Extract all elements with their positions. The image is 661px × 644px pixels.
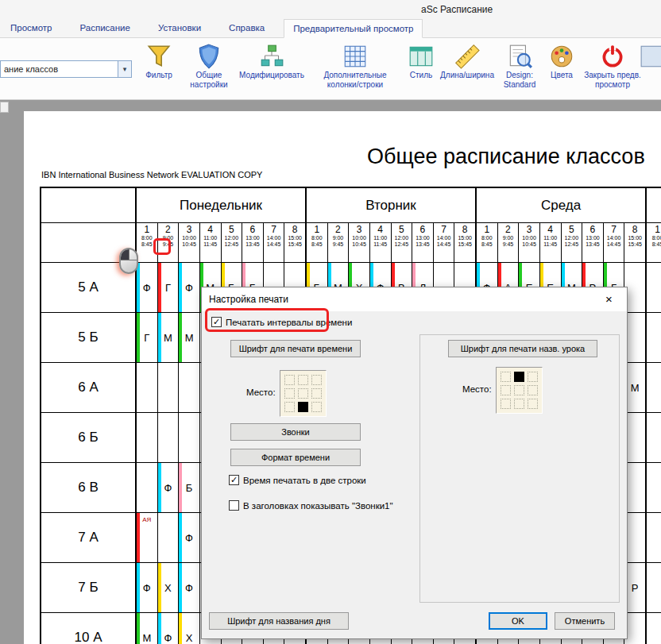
filter-icon xyxy=(145,43,172,70)
timetable-cell xyxy=(158,413,180,462)
checkbox-show-bells1[interactable]: В заголовках показывать "Звонки1" xyxy=(229,500,393,511)
timetable-cell xyxy=(624,413,645,462)
place-cell-2[interactable] xyxy=(311,375,322,385)
place-cell-3[interactable] xyxy=(284,388,295,399)
place-cell-0[interactable] xyxy=(501,372,511,382)
timetable-cell xyxy=(179,413,200,462)
timetable-cell: Г xyxy=(158,263,180,312)
time-format-button[interactable]: Формат времени xyxy=(230,449,361,466)
place-cell-6[interactable] xyxy=(501,399,511,409)
timetable-cell xyxy=(647,513,661,562)
place-cell-5[interactable] xyxy=(311,388,322,399)
chevron-down-icon[interactable]: ▾ xyxy=(118,61,131,77)
timetable-cell: Ф xyxy=(179,513,200,562)
view-select[interactable]: ание классов ▾ xyxy=(0,60,132,78)
annotation-red-box-checkbox xyxy=(205,308,329,332)
size-button[interactable]: Длина/ширина xyxy=(439,38,496,99)
timetable-cell: Ф xyxy=(137,563,158,612)
window-style-icon xyxy=(408,43,435,70)
checkbox-box[interactable]: ✓ xyxy=(229,475,239,485)
design-magnifier-icon xyxy=(506,43,533,70)
time-font-button[interactable]: Шрифт для печати времени xyxy=(230,340,361,357)
general-settings-button[interactable]: Общие настройки xyxy=(183,38,235,99)
mouse-divider xyxy=(121,260,137,260)
place-cell-7[interactable] xyxy=(298,402,308,412)
general-settings-label: Общие настройки xyxy=(183,71,235,90)
style-button[interactable]: Стиль xyxy=(404,38,439,99)
day-header xyxy=(647,188,661,222)
place-cell-3[interactable] xyxy=(501,385,511,395)
clipped-icon xyxy=(640,43,661,70)
day-header: Вторник xyxy=(307,188,477,222)
scrollbar-button[interactable] xyxy=(0,102,9,113)
palette-icon xyxy=(548,43,575,70)
class-name-cell: 10 А xyxy=(41,613,137,644)
lesson-position-grid[interactable] xyxy=(496,367,543,414)
timetable-cell xyxy=(137,363,158,412)
class-name-cell: 6 А xyxy=(41,363,137,412)
tab-ustanovki[interactable]: Установки xyxy=(149,19,210,37)
place-cell-7[interactable] xyxy=(514,399,524,409)
place-cell-4[interactable] xyxy=(298,388,308,399)
tab-raspisanie[interactable]: Расписание xyxy=(72,19,139,37)
close-preview-button[interactable]: Закрыть предв. просмотр xyxy=(582,38,644,99)
filter-button[interactable]: Фильтр xyxy=(137,38,181,99)
ribbon-toolbar: ание классов ▾ Фильтр Общие настройки Мо… xyxy=(0,38,661,100)
place-cell-4[interactable] xyxy=(514,385,524,395)
ruler-icon xyxy=(454,43,481,70)
place-cell-8[interactable] xyxy=(528,399,538,409)
period-header: 815:0015:45 xyxy=(284,223,305,262)
shield-icon xyxy=(195,43,222,70)
timetable-cell: Ф xyxy=(158,463,180,512)
timetable-cell: АЯ xyxy=(137,513,158,562)
period-header: 512:0012:45 xyxy=(392,223,413,262)
close-icon[interactable]: × xyxy=(591,287,627,311)
org-chart-icon xyxy=(258,43,285,70)
colors-button[interactable]: Цвета xyxy=(543,38,580,99)
time-position-grid[interactable] xyxy=(280,370,327,417)
place-cell-1[interactable] xyxy=(298,375,308,385)
class-name-cell: 6 Б xyxy=(41,413,137,462)
tab-spravka[interactable]: Справка xyxy=(220,19,273,37)
tab-prosmotr[interactable]: Просмотр xyxy=(2,19,61,37)
timetable-cell xyxy=(179,363,200,412)
place-cell-2[interactable] xyxy=(528,372,538,382)
place-cell-1[interactable] xyxy=(514,372,524,382)
lesson-font-button[interactable]: Шрифт для печати назв. урока xyxy=(448,340,597,357)
place-cell-0[interactable] xyxy=(284,375,295,385)
window-title: aSc Расписание xyxy=(421,4,493,15)
day-name-font-button[interactable]: Шрифт для названия дня xyxy=(209,612,349,630)
period-header: 815:0015:45 xyxy=(624,223,645,262)
place-label-left: Место: xyxy=(246,388,276,397)
place-cell-8[interactable] xyxy=(311,402,322,412)
period-header: 18:008:45 xyxy=(307,223,328,262)
cancel-button[interactable]: Отменить xyxy=(555,612,615,630)
filter-button-label: Фильтр xyxy=(145,71,172,80)
lesson-color-stripe xyxy=(137,613,140,644)
tab-preview[interactable]: Предварительный просмотр xyxy=(284,19,423,38)
checkbox-box[interactable] xyxy=(229,500,239,511)
extra-columns-rows-button[interactable]: Дополнительные колонки/строки xyxy=(308,38,402,99)
lesson-color-stripe xyxy=(137,563,140,612)
timetable-cell xyxy=(137,413,158,462)
lesson-color-stripe xyxy=(158,613,161,644)
timetable-cell xyxy=(624,313,645,362)
bells-button[interactable]: Звонки xyxy=(230,423,361,441)
ok-button[interactable]: OK xyxy=(489,612,547,630)
place-cell-5[interactable] xyxy=(528,385,538,395)
timetable-cell xyxy=(624,263,645,312)
lesson-color-stripe xyxy=(179,313,182,362)
lesson-color-stripe xyxy=(158,463,161,512)
style-button-label: Стиль xyxy=(410,71,432,80)
period-header: 714:0014:45 xyxy=(434,223,455,262)
design-button-label: Design: Standard xyxy=(496,71,543,90)
lesson-color-stripe xyxy=(158,263,161,312)
period-header: 512:0012:45 xyxy=(222,223,243,262)
timetable-corner-cell xyxy=(41,188,137,222)
timetable-cell xyxy=(647,263,661,312)
period-header: 29:009:45 xyxy=(328,223,350,262)
checkbox-time-two-lines[interactable]: ✓ Время печатать в две строки xyxy=(229,475,366,485)
design-button[interactable]: Design: Standard xyxy=(496,38,543,99)
place-cell-6[interactable] xyxy=(284,402,295,412)
modify-button[interactable]: Модифицировать xyxy=(235,38,308,99)
